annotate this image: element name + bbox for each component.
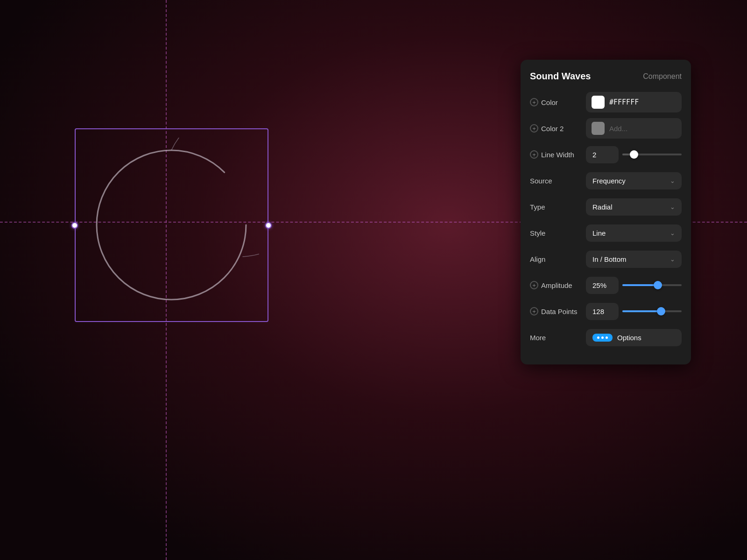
linewidth-slider[interactable]	[622, 154, 682, 155]
control-panel: Sound Waves Component + Color #FFFFFF + …	[521, 60, 691, 364]
style-row: Style Line ⌄	[530, 223, 682, 243]
source-chevron-icon: ⌄	[670, 177, 675, 184]
amplitude-control: 25%	[586, 277, 682, 294]
color2-row: + Color 2 Add...	[530, 118, 682, 139]
canvas-area	[75, 128, 268, 322]
datapoints-input[interactable]: 128	[586, 303, 619, 320]
wave-visualization	[84, 138, 259, 313]
dot3	[606, 336, 608, 339]
linewidth-row: + Line Width 2	[530, 144, 682, 165]
linewidth-control: 2	[586, 146, 682, 163]
panel-title: Sound Waves	[530, 71, 591, 82]
style-label: Style	[530, 229, 586, 237]
source-dropdown[interactable]: Frequency ⌄	[586, 172, 682, 189]
options-button[interactable]: Options	[586, 329, 682, 346]
color-swatch	[592, 96, 605, 109]
datapoints-plus-icon[interactable]: +	[530, 307, 538, 315]
color-value: #FFFFFF	[609, 98, 639, 106]
amplitude-input[interactable]: 25%	[586, 277, 619, 294]
options-label: Options	[617, 334, 641, 342]
style-control[interactable]: Line ⌄	[586, 224, 682, 242]
type-chevron-icon: ⌄	[670, 203, 675, 210]
color2-input[interactable]: Add...	[586, 118, 682, 139]
datapoints-control: 128	[586, 303, 682, 320]
amplitude-plus-icon[interactable]: +	[530, 281, 538, 289]
type-dropdown[interactable]: Radial ⌄	[586, 198, 682, 216]
source-control[interactable]: Frequency ⌄	[586, 172, 682, 189]
datapoints-label: + Data Points	[530, 307, 586, 315]
align-control[interactable]: In / Bottom ⌄	[586, 251, 682, 268]
linewidth-plus-icon[interactable]: +	[530, 150, 538, 159]
color2-swatch	[592, 122, 605, 135]
datapoints-slider[interactable]	[622, 310, 682, 312]
panel-subtitle: Component	[643, 72, 682, 81]
color2-label: + Color 2	[530, 124, 586, 133]
style-chevron-icon: ⌄	[670, 230, 675, 237]
color2-control[interactable]: Add...	[586, 118, 682, 139]
color-control[interactable]: #FFFFFF	[586, 92, 682, 112]
color-label: + Color	[530, 98, 586, 106]
panel-header: Sound Waves Component	[530, 71, 682, 82]
align-label: Align	[530, 255, 586, 263]
svg-point-0	[97, 150, 246, 300]
linewidth-label: + Line Width	[530, 150, 586, 159]
color2-plus-icon[interactable]: +	[530, 124, 538, 133]
source-label: Source	[530, 177, 586, 185]
amplitude-slider[interactable]	[622, 284, 682, 286]
linewidth-input[interactable]: 2	[586, 146, 619, 163]
type-control[interactable]: Radial ⌄	[586, 198, 682, 216]
source-row: Source Frequency ⌄	[530, 170, 682, 191]
dot1	[597, 336, 599, 339]
color2-placeholder: Add...	[609, 125, 627, 133]
handle-left[interactable]	[71, 222, 78, 229]
color-input[interactable]: #FFFFFF	[586, 92, 682, 112]
type-label: Type	[530, 203, 586, 211]
color-row: + Color #FFFFFF	[530, 92, 682, 112]
align-dropdown[interactable]: In / Bottom ⌄	[586, 251, 682, 268]
handle-right[interactable]	[265, 222, 272, 229]
align-chevron-icon: ⌄	[670, 256, 675, 263]
more-control[interactable]: Options	[586, 329, 682, 346]
datapoints-row: + Data Points 128	[530, 301, 682, 322]
options-dots-icon	[592, 334, 613, 342]
dot2	[601, 336, 604, 339]
align-row: Align In / Bottom ⌄	[530, 249, 682, 269]
amplitude-row: + Amplitude 25%	[530, 275, 682, 295]
color-plus-icon[interactable]: +	[530, 98, 538, 106]
more-label: More	[530, 334, 586, 342]
type-row: Type Radial ⌄	[530, 196, 682, 217]
amplitude-label: + Amplitude	[530, 281, 586, 289]
more-row: More Options	[530, 327, 682, 348]
style-dropdown[interactable]: Line ⌄	[586, 224, 682, 242]
